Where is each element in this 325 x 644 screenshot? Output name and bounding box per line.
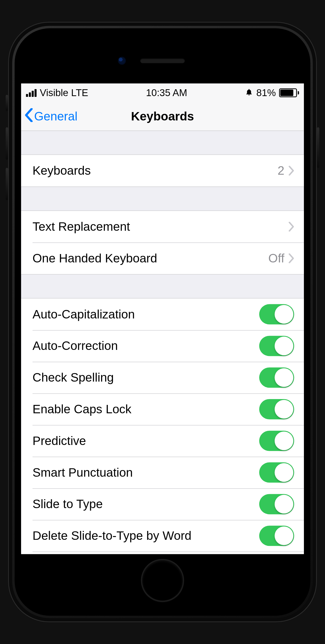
row-label: Slide to Type (32, 497, 259, 511)
front-camera (118, 57, 126, 65)
status-bar: Visible LTE 10:35 AM 81% (21, 83, 304, 102)
settings-content[interactable]: Keyboards2Text ReplacementOne Handed Key… (21, 131, 304, 554)
volume-down-button (6, 168, 8, 200)
nav-bar: General Keyboards (21, 102, 304, 131)
row-check-spelling[interactable]: Check Spelling (21, 362, 304, 393)
row-auto-capitalization[interactable]: Auto-Capitalization (21, 298, 304, 330)
row-label: Enable Caps Lock (32, 402, 259, 416)
row-keyboards[interactable]: Keyboards2 (21, 155, 304, 187)
mute-switch (6, 95, 8, 111)
earpiece-speaker (140, 58, 185, 63)
battery-percent: 81% (256, 87, 276, 99)
row-label: Text Replacement (32, 220, 288, 234)
row-auto-correction[interactable]: Auto-Correction (21, 330, 304, 362)
cellular-signal-icon (26, 89, 37, 97)
battery-icon (279, 88, 299, 97)
alarm-icon (245, 87, 253, 99)
switch-predictive[interactable] (259, 431, 294, 451)
back-button[interactable]: General (24, 102, 77, 131)
row-label: Delete Slide-to-Type by Word (32, 529, 259, 543)
screen: Visible LTE 10:35 AM 81% (21, 83, 304, 554)
chevron-right-icon (288, 166, 294, 175)
row-enable-caps-lock[interactable]: Enable Caps Lock (21, 393, 304, 425)
switch-auto-capitalization[interactable] (259, 304, 294, 325)
volume-up-button (6, 127, 8, 160)
home-button-area (21, 554, 304, 607)
chevron-left-icon (24, 108, 33, 125)
chevron-right-icon (288, 222, 294, 231)
row-label: Check Spelling (32, 371, 259, 384)
row-label: Predictive (32, 434, 259, 448)
switch-auto-correction[interactable] (259, 336, 294, 356)
row-one-handed-keyboard[interactable]: One Handed KeyboardOff (21, 242, 304, 274)
row-label: One Handed Keyboard (32, 252, 268, 265)
switch-smart-punctuation[interactable] (259, 462, 294, 483)
row-slide-to-type[interactable]: Slide to Type (21, 488, 304, 520)
row-predictive[interactable]: Predictive (21, 425, 304, 457)
power-button (317, 127, 319, 168)
switch-delete-slide-to-type-by-word[interactable] (259, 526, 294, 546)
switch-slide-to-type[interactable] (259, 494, 294, 514)
page-title: Keyboards (131, 110, 194, 123)
row-delete-slide-to-type-by-word[interactable]: Delete Slide-to-Type by Word (21, 520, 304, 552)
home-button[interactable] (141, 559, 184, 602)
row-text-replacement[interactable]: Text Replacement (21, 211, 304, 243)
phone-frame: Visible LTE 10:35 AM 81% (8, 22, 317, 622)
device-top-bezel (21, 35, 304, 83)
row-value: Off (268, 252, 284, 265)
row-label: Auto-Correction (32, 339, 259, 353)
row-smart-punctuation[interactable]: Smart Punctuation (21, 457, 304, 488)
back-label: General (34, 110, 77, 123)
row-label: Smart Punctuation (32, 466, 259, 479)
row-value: 2 (278, 164, 284, 177)
switch-enable-caps-lock[interactable] (259, 399, 294, 419)
row-character-preview[interactable]: Character Preview (21, 552, 304, 554)
status-time: 10:35 AM (146, 87, 187, 99)
switch-check-spelling[interactable] (259, 367, 294, 388)
chevron-right-icon (288, 254, 294, 263)
carrier-label: Visible LTE (40, 87, 88, 99)
row-label: Auto-Capitalization (32, 307, 259, 321)
row-label: Keyboards (32, 164, 278, 177)
